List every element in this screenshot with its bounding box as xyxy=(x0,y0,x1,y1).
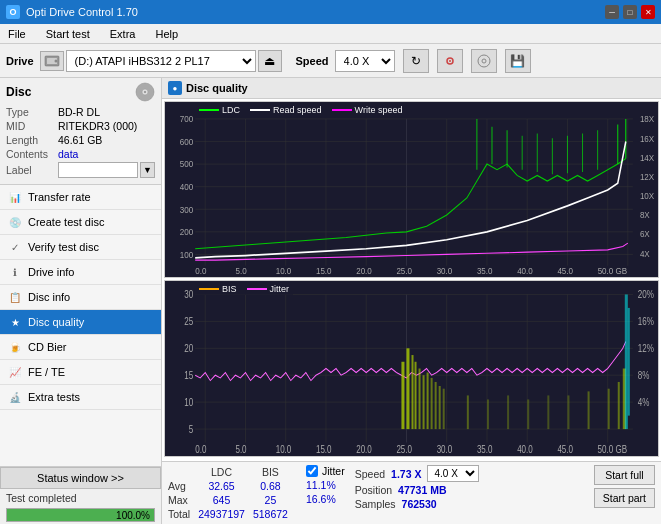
jitter-max-row: 16.6% xyxy=(306,493,345,505)
svg-text:20: 20 xyxy=(184,342,193,354)
svg-text:14X: 14X xyxy=(640,152,655,163)
total-bis: 518672 xyxy=(253,507,296,521)
svg-text:45.0: 45.0 xyxy=(557,265,573,276)
nav-fe-te[interactable]: 📈 FE / TE xyxy=(0,360,161,385)
nav-create-test-disc-label: Create test disc xyxy=(28,216,104,228)
legend-read-speed-label: Read speed xyxy=(273,105,322,115)
svg-rect-109 xyxy=(412,355,414,429)
nav-verify-test-disc[interactable]: ✓ Verify test disc xyxy=(0,235,161,260)
maximize-button[interactable]: □ xyxy=(623,5,637,19)
nav-transfer-rate[interactable]: 📊 Transfer rate xyxy=(0,185,161,210)
svg-text:700: 700 xyxy=(180,114,194,125)
minimize-button[interactable]: ─ xyxy=(605,5,619,19)
svg-rect-118 xyxy=(467,395,469,429)
speed-row-value: 1.73 X xyxy=(391,468,421,480)
svg-text:5.0: 5.0 xyxy=(235,443,246,455)
legend-bis: BIS xyxy=(199,284,237,294)
status-window-button[interactable]: Status window >> xyxy=(0,467,161,489)
svg-text:0.0: 0.0 xyxy=(195,265,206,276)
close-button[interactable]: ✕ xyxy=(641,5,655,19)
col-ldc: LDC xyxy=(198,465,253,479)
svg-rect-126 xyxy=(618,382,620,429)
app-icon: O xyxy=(6,5,20,19)
settings-button[interactable] xyxy=(437,49,463,73)
disc-button[interactable] xyxy=(471,49,497,73)
max-ldc: 645 xyxy=(198,493,253,507)
bottom-chart-svg: 30 25 20 15 10 5 20% 16% 12% 8% 4% 0.0 5… xyxy=(165,281,658,456)
svg-text:15.0: 15.0 xyxy=(316,443,332,455)
svg-text:0.0: 0.0 xyxy=(195,443,206,455)
svg-text:5.0: 5.0 xyxy=(235,265,246,276)
right-panel: ● Disc quality LDC Read speed xyxy=(162,78,661,524)
bottom-stats: LDC BIS Avg 32.65 0.68 Max 645 25 xyxy=(162,461,661,524)
nav-drive-info[interactable]: ℹ Drive info xyxy=(0,260,161,285)
speed-dropdown[interactable]: 4.0 X xyxy=(335,50,395,72)
svg-point-9 xyxy=(144,91,146,93)
legend-read-speed: Read speed xyxy=(250,105,322,115)
start-part-button[interactable]: Start part xyxy=(594,488,655,508)
eject-button[interactable]: ⏏ xyxy=(258,50,282,72)
svg-rect-128 xyxy=(625,294,628,429)
svg-rect-123 xyxy=(567,395,569,429)
nav-cd-bier[interactable]: 🍺 CD Bier xyxy=(0,335,161,360)
top-chart: LDC Read speed Write speed xyxy=(164,101,659,278)
disc-label-input[interactable] xyxy=(58,162,138,178)
refresh-button[interactable]: ↻ xyxy=(403,49,429,73)
svg-text:10.0: 10.0 xyxy=(276,443,292,455)
save-button[interactable]: 💾 xyxy=(505,49,531,73)
legend-ldc-label: LDC xyxy=(222,105,240,115)
start-full-button[interactable]: Start full xyxy=(594,465,655,485)
disc-label-btn[interactable]: ▼ xyxy=(140,162,155,178)
menu-bar: File Start test Extra Help xyxy=(0,24,661,44)
disc-info-section: Disc Type BD-R DL MID RITEKDR3 (000) Len… xyxy=(0,78,161,185)
bottom-chart: BIS Jitter xyxy=(164,280,659,457)
write-speed-color xyxy=(332,109,352,111)
svg-rect-129 xyxy=(628,308,630,416)
nav-disc-info[interactable]: 📋 Disc info xyxy=(0,285,161,310)
menu-file[interactable]: File xyxy=(4,27,30,41)
disc-type-value: BD-R DL xyxy=(58,106,100,118)
title-bar-controls[interactable]: ─ □ ✕ xyxy=(605,5,655,19)
disc-quality-title: Disc quality xyxy=(186,82,248,94)
svg-text:25: 25 xyxy=(184,315,193,327)
svg-text:50.0 GB: 50.0 GB xyxy=(598,443,628,455)
svg-rect-124 xyxy=(588,391,590,429)
nav-drive-info-label: Drive info xyxy=(28,266,74,278)
table-row-max: Max 645 25 xyxy=(168,493,296,507)
svg-text:300: 300 xyxy=(180,204,194,215)
nav-disc-quality[interactable]: ★ Disc quality xyxy=(0,310,161,335)
bis-color xyxy=(199,288,219,290)
disc-type-field: Type BD-R DL xyxy=(6,106,155,118)
menu-start-test[interactable]: Start test xyxy=(42,27,94,41)
svg-rect-112 xyxy=(423,375,425,429)
nav-create-test-disc[interactable]: 💿 Create test disc xyxy=(0,210,161,235)
disc-quality-header: ● Disc quality xyxy=(162,78,661,99)
position-row: Position 47731 MB xyxy=(355,484,480,496)
drive-dropdown[interactable]: (D:) ATAPI iHBS312 2 PL17 xyxy=(66,50,256,72)
legend-ldc: LDC xyxy=(199,105,240,115)
svg-rect-115 xyxy=(435,382,437,429)
disc-section-title: Disc xyxy=(6,85,31,99)
top-chart-legend: LDC Read speed Write speed xyxy=(195,104,406,116)
svg-point-6 xyxy=(482,59,486,63)
disc-contents-label: Contents xyxy=(6,148,58,160)
nav-extra-tests[interactable]: 🔬 Extra tests xyxy=(0,385,161,410)
svg-text:25.0: 25.0 xyxy=(396,443,412,455)
menu-extra[interactable]: Extra xyxy=(106,27,140,41)
jitter-avg-row: 11.1% xyxy=(306,479,345,491)
svg-rect-119 xyxy=(487,399,489,429)
speed-row-select[interactable]: 4.0 X xyxy=(427,465,479,482)
charts-area: LDC Read speed Write speed xyxy=(162,99,661,461)
svg-text:4%: 4% xyxy=(638,396,650,408)
drive-select-area: (D:) ATAPI iHBS312 2 PL17 ⏏ xyxy=(40,50,282,72)
create-test-disc-icon: 💿 xyxy=(8,215,22,229)
menu-help[interactable]: Help xyxy=(151,27,182,41)
svg-rect-117 xyxy=(443,389,445,429)
verify-test-disc-icon: ✓ xyxy=(8,240,22,254)
title-bar-left: O Opti Drive Control 1.70 xyxy=(6,5,138,19)
table-row-total: Total 24937197 518672 xyxy=(168,507,296,521)
svg-text:50.0 GB: 50.0 GB xyxy=(598,265,628,276)
jitter-checkbox[interactable] xyxy=(306,465,318,477)
disc-quality-header-icon: ● xyxy=(168,81,182,95)
nav-verify-test-disc-label: Verify test disc xyxy=(28,241,99,253)
